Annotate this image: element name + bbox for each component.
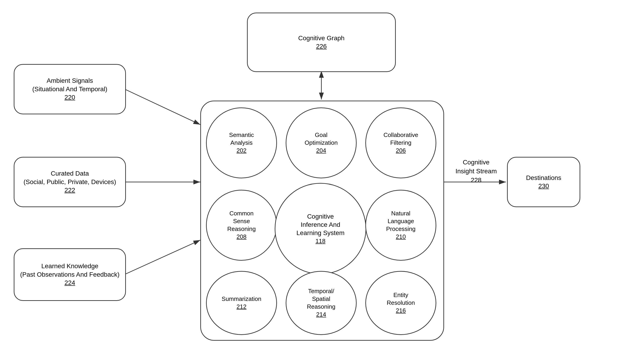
semantic-analysis-label: SemanticAnalysis [229,131,254,147]
temporal-spatial-number: 214 [316,311,326,318]
natural-language-circle: NaturalLanguageProcessing 210 [365,190,436,261]
learned-knowledge-number: 224 [65,279,75,287]
collaborative-filtering-label: CollaborativeFiltering [383,131,418,147]
summarization-circle: Summarization 212 [206,271,277,335]
cognitive-graph-number: 226 [316,42,327,50]
curated-data-box: Curated Data(Social, Public, Private, De… [14,157,126,207]
ambient-signals-number: 220 [65,93,75,102]
cognitive-inference-label: CognitiveInference AndLearning System [296,212,344,237]
ambient-signals-box: Ambient Signals(Situational And Temporal… [14,64,126,114]
semantic-analysis-circle: SemanticAnalysis 202 [206,108,277,178]
common-sense-reasoning-circle: CommonSenseReasoning 208 [206,190,277,261]
common-sense-reasoning-label: CommonSenseReasoning [227,210,256,233]
curated-data-number: 222 [65,186,75,194]
svg-line-3 [125,89,200,124]
ambient-signals-label: Ambient Signals(Situational And Temporal… [32,76,107,93]
svg-line-5 [125,240,200,274]
cognitive-graph-label: Cognitive Graph [298,34,344,42]
goal-optimization-label: GoalOptimization [305,131,338,147]
entity-resolution-number: 216 [396,307,406,314]
natural-language-number: 210 [396,233,406,241]
entity-resolution-circle: EntityResolution 216 [365,271,436,335]
cognitive-inference-circle: CognitiveInference AndLearning System 11… [275,183,366,274]
goal-optimization-circle: GoalOptimization 204 [286,108,357,178]
summarization-number: 212 [237,303,246,311]
destinations-number: 230 [538,182,549,190]
cognitive-insight-text: CognitiveInsight Stream228 [456,159,497,184]
collaborative-filtering-circle: CollaborativeFiltering 206 [365,108,436,178]
cognitive-insight-label: CognitiveInsight Stream228 [449,158,504,185]
destinations-box: Destinations 230 [507,157,580,207]
destinations-label: Destinations [526,174,561,182]
summarization-label: Summarization [222,295,261,303]
learned-knowledge-box: Learned Knowledge(Past Observations And … [14,248,126,301]
temporal-spatial-label: Temporal/SpatialReasoning [307,288,335,310]
curated-data-label: Curated Data(Social, Public, Private, De… [24,170,116,186]
goal-optimization-number: 204 [316,147,326,154]
entity-resolution-label: EntityResolution [387,291,415,307]
diagram: Cognitive Graph 226 Ambient Signals(Situ… [0,0,643,364]
common-sense-reasoning-number: 208 [237,233,246,241]
natural-language-label: NaturalLanguageProcessing [386,210,416,233]
semantic-analysis-number: 202 [237,147,246,154]
learned-knowledge-label: Learned Knowledge(Past Observations And … [20,262,119,279]
collaborative-filtering-number: 206 [396,147,406,154]
temporal-spatial-circle: Temporal/SpatialReasoning 214 [286,271,357,335]
cognitive-inference-number: 118 [315,237,325,245]
cognitive-graph-box: Cognitive Graph 226 [247,12,396,72]
